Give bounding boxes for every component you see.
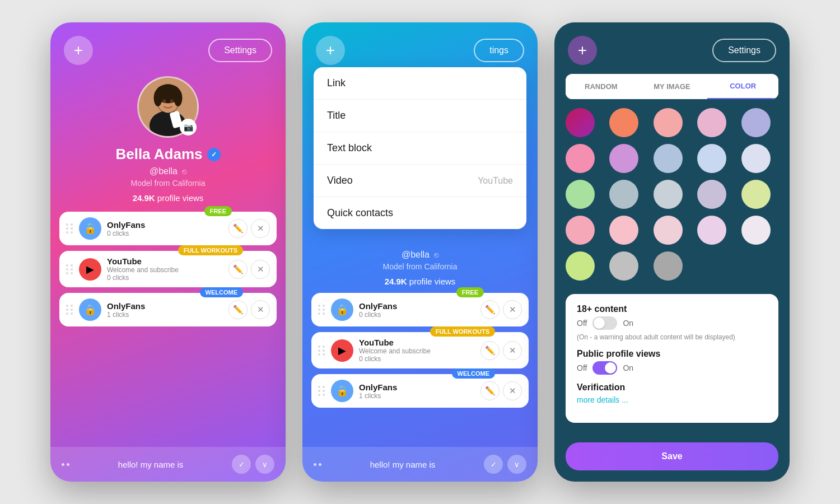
adult-content-desc: (On - a warning about adult content will… [577,333,767,341]
link-icon-onlyfans-1: 🔒 [79,217,101,240]
badge-workouts-2: FULL WORKOUTS [430,326,495,337]
profile-views-row: Public profile views Off On [577,349,767,375]
save-button-3[interactable]: Save [566,442,778,470]
adult-toggle-knob [594,318,605,329]
bottom-bar-1: hello! my name is ✓ ∨ [50,447,286,482]
drag-handle-2[interactable] [66,264,73,274]
more-details-link[interactable]: more details ... [577,395,628,404]
color-swatch-8[interactable] [654,144,683,173]
color-swatch-22[interactable] [609,251,638,281]
verification-label: Verification [577,382,767,393]
views-count-2: 24.9K [385,277,407,286]
link-sub-2: Welcome and subscribe [107,266,223,274]
link-icon-onlyfans2-1: 🔒 [79,298,101,321]
badge-welcome-1: WELCOME [200,287,243,297]
color-swatch-21[interactable] [566,251,595,281]
link-sub-2-2: Welcome and subscribe [359,347,475,355]
dropdown-video[interactable]: Video YouTube [314,165,526,197]
share-icon-2[interactable]: ⎋ [434,250,438,259]
edit-btn-2-3[interactable]: ✏️ [480,381,500,400]
link-actions-2-3: ✏️ ✕ [480,381,522,400]
add-button-1[interactable]: + [64,36,93,65]
settings-button-1[interactable]: Settings [208,39,272,62]
edit-btn-2-1[interactable]: ✏️ [480,300,500,319]
link-sub-1: 0 clicks [107,230,223,237]
settings-button-3[interactable]: Settings [712,39,776,62]
bottom-chevron-2[interactable]: ∨ [507,455,526,474]
drag-handle-3[interactable] [66,305,73,315]
views-label-2: profile views [407,277,456,286]
link-actions-2-1: ✏️ ✕ [480,300,522,319]
bottom-check-2[interactable]: ✓ [484,455,503,474]
phone-panel-3: + Settings RANDOM MY IMAGE COLOR [554,22,790,482]
color-swatch-19[interactable] [697,216,726,245]
color-swatch-13[interactable] [654,180,683,209]
bottom-nav-2: ✓ ∨ [484,455,526,474]
edit-btn-2[interactable]: ✏️ [228,260,248,279]
color-swatch-2[interactable] [609,108,638,137]
drag-handle-2-1[interactable] [318,305,325,315]
color-grid [566,108,778,281]
link-item-2-3: WELCOME 🔒 OnlyFans 1 clicks ✏️ ✕ [311,374,529,408]
add-button-3[interactable]: + [568,36,597,65]
color-swatch-18[interactable] [654,216,683,245]
panel1-header: + Settings [50,22,286,71]
panel2-handle: @bella ⎋ [402,250,438,260]
bottom-chevron-1[interactable]: ∨ [255,455,274,474]
color-swatch-16[interactable] [566,216,595,245]
link-actions-2-2: ✏️ ✕ [480,341,522,360]
link-sub-3: 1 clicks [107,311,223,319]
color-swatch-5[interactable] [741,108,771,137]
adult-content-toggle[interactable] [592,316,617,330]
panel3-header: + Settings [554,22,790,74]
edit-btn-3[interactable]: ✏️ [228,300,248,319]
dropdown-video-sub: YouTube [478,176,513,186]
handle-text-2: @bella [402,250,430,260]
profile-views-toggle[interactable] [592,361,617,375]
color-swatch-23[interactable] [654,251,683,281]
edit-btn-2-2[interactable]: ✏️ [480,341,500,360]
settings-button-2[interactable]: tings [474,39,524,62]
color-swatch-14[interactable] [697,180,726,209]
delete-btn-2-3[interactable]: ✕ [503,381,522,400]
bottom-check-1[interactable]: ✓ [232,455,251,474]
color-swatch-10[interactable] [741,144,771,173]
color-swatch-15[interactable] [741,180,771,209]
share-icon-1[interactable]: ⎋ [182,167,186,176]
color-swatch-20[interactable] [741,216,771,245]
color-swatch-1[interactable] [566,108,595,137]
color-swatch-4[interactable] [697,108,726,137]
dropdown-quickcontacts[interactable]: Quick contacts [314,197,526,229]
color-swatch-3[interactable] [654,108,683,137]
drag-handle-2-3[interactable] [318,386,325,396]
dropdown-link[interactable]: Link [314,67,526,100]
svg-point-6 [153,90,162,106]
tab-random[interactable]: RANDOM [566,74,637,99]
delete-btn-2[interactable]: ✕ [251,260,270,279]
profile-name-1: Bella Adams ✓ [115,146,220,163]
delete-btn-2-1[interactable]: ✕ [503,300,522,319]
delete-btn-1[interactable]: ✕ [251,219,270,238]
link-info-1: OnlyFans 0 clicks [107,220,223,237]
drag-handle-1[interactable] [66,223,73,234]
phone-panel-2: + tings Link Title Text block Video YouT… [302,22,538,482]
badge-welcome-2: WELCOME [452,368,495,379]
camera-badge-1[interactable]: 📷 [180,119,197,136]
color-swatch-12[interactable] [609,180,638,209]
delete-btn-2-2[interactable]: ✕ [503,341,522,360]
delete-btn-3[interactable]: ✕ [251,300,270,319]
dropdown-textblock[interactable]: Text block [314,132,526,165]
color-swatch-7[interactable] [609,144,638,173]
color-swatch-6[interactable] [566,144,595,173]
color-swatch-11[interactable] [566,180,595,209]
dropdown-quickcontacts-label: Quick contacts [327,207,393,219]
drag-handle-2-2[interactable] [318,346,325,356]
dropdown-title[interactable]: Title [314,100,526,132]
edit-btn-1[interactable]: ✏️ [228,219,248,238]
badge-free-2: FREE [456,287,484,297]
color-swatch-9[interactable] [697,144,726,173]
tab-myimage[interactable]: MY IMAGE [637,74,708,99]
tab-color[interactable]: COLOR [707,74,778,99]
add-button-2[interactable]: + [316,36,345,65]
color-swatch-17[interactable] [609,216,638,245]
